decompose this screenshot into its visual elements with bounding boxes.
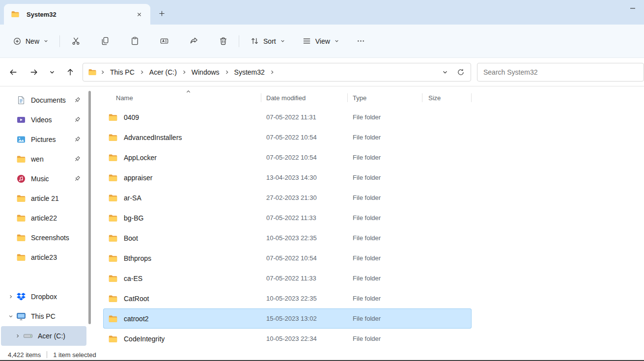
- sidebar-item-pictures[interactable]: Pictures: [1, 130, 86, 149]
- breadcrumb-this-pc[interactable]: This PC: [107, 66, 138, 78]
- file-row-catroot[interactable]: CatRoot 10-05-2023 22:35 File folder: [103, 288, 472, 308]
- breadcrumb-windows[interactable]: Windows: [188, 66, 223, 78]
- sidebar-item-article-21[interactable]: article 21: [1, 189, 86, 208]
- column-header-type[interactable]: Type: [348, 88, 422, 107]
- address-dropdown-button[interactable]: [438, 65, 452, 80]
- chevron-down-icon[interactable]: [7, 312, 15, 320]
- file-row-bthprops[interactable]: Bthprops 07-05-2022 10:54 File folder: [103, 248, 472, 268]
- chevron-right-icon[interactable]: [223, 68, 231, 76]
- file-list: Name Date modified Type Size 0409 07-05-…: [92, 86, 644, 349]
- view-button[interactable]: View: [297, 32, 344, 50]
- breadcrumb-system32[interactable]: System32: [231, 66, 268, 78]
- music-icon: [16, 174, 26, 184]
- trash-icon: [219, 36, 228, 46]
- file-row-catroot2[interactable]: catroot2 15-05-2023 13:02 File folder: [103, 308, 472, 329]
- file-name-cell: AppLocker: [103, 153, 261, 163]
- file-date-modified: 27-02-2023 21:30: [261, 194, 348, 201]
- sidebar-item-documents[interactable]: Documents: [1, 90, 86, 110]
- search-input[interactable]: [477, 63, 644, 82]
- sidebar-item-videos[interactable]: Videos: [1, 110, 86, 130]
- tab-system32[interactable]: System32: [4, 4, 150, 25]
- chevron-right-icon[interactable]: [99, 68, 107, 76]
- column-header-date-modified[interactable]: Date modified: [261, 88, 348, 107]
- folder-icon: [16, 213, 26, 223]
- chevron-down-icon: [280, 38, 285, 44]
- file-name: catroot2: [124, 315, 149, 323]
- column-header-size[interactable]: Size: [422, 88, 472, 107]
- new-button[interactable]: New: [8, 33, 54, 50]
- recent-locations-button[interactable]: [46, 64, 58, 81]
- forward-button[interactable]: [26, 64, 42, 81]
- scrollbar-thumb[interactable]: [88, 91, 91, 324]
- chevron-right-icon[interactable]: [138, 68, 146, 76]
- chevron-right-icon[interactable]: [14, 332, 22, 340]
- file-row-ar-sa[interactable]: ar-SA 27-02-2023 21:30 File folder: [103, 188, 472, 208]
- indent-spacer: [7, 175, 15, 183]
- file-type: File folder: [348, 295, 422, 302]
- status-separator: [47, 351, 47, 358]
- address-breadcrumb-bar[interactable]: This PC Acer (C:) Windows System32: [83, 63, 471, 82]
- file-rows: 0409 07-05-2022 11:31 File folder Advanc…: [98, 107, 644, 349]
- sidebar-item-wen[interactable]: wen: [1, 149, 86, 169]
- chevron-right-icon[interactable]: [7, 293, 15, 301]
- indent-spacer: [7, 155, 15, 163]
- sidebar-item-label: Screenshots: [31, 234, 86, 242]
- paste-button[interactable]: [125, 32, 144, 50]
- sidebar-section-gap: [0, 267, 87, 287]
- sidebar-item-music[interactable]: Music: [1, 169, 86, 189]
- folder-icon: [108, 274, 118, 283]
- file-row-ca-es[interactable]: ca-ES 07-05-2022 11:33 File folder: [103, 268, 472, 288]
- sidebar-item-acer-c[interactable]: Acer (C:): [1, 326, 86, 346]
- file-name: bg-BG: [124, 214, 143, 222]
- chevron-down-icon: [43, 38, 49, 44]
- file-row-bg-bg[interactable]: bg-BG 07-05-2022 11:33 File folder: [103, 208, 472, 228]
- file-name-cell: ca-ES: [103, 274, 261, 283]
- file-row-applocker[interactable]: AppLocker 07-05-2022 10:54 File folder: [103, 147, 472, 167]
- file-row-codeintegrity[interactable]: CodeIntegrity 10-05-2023 22:34 File fold…: [103, 329, 472, 349]
- pin-icon: [74, 97, 81, 104]
- sidebar-item-article22[interactable]: article22: [1, 208, 86, 228]
- new-tab-button[interactable]: [154, 6, 169, 20]
- up-button[interactable]: [62, 64, 79, 81]
- file-date-modified: 10-05-2023 22:34: [261, 335, 348, 342]
- breadcrumb-acer-c[interactable]: Acer (C:): [146, 66, 180, 78]
- copy-button[interactable]: [95, 32, 115, 50]
- back-button[interactable]: [5, 64, 22, 81]
- file-type: File folder: [348, 234, 422, 242]
- tab-close-button[interactable]: [133, 8, 145, 20]
- sidebar-item-screenshots[interactable]: Screenshots: [1, 228, 86, 248]
- file-date-modified: 13-04-2023 14:30: [261, 174, 348, 181]
- sidebar-item-dropbox[interactable]: Dropbox: [1, 287, 86, 306]
- sidebar-item-label: article22: [31, 214, 86, 222]
- column-header-name[interactable]: Name: [103, 88, 261, 107]
- sidebar-item-label: wen: [31, 155, 74, 163]
- folder-icon: [88, 68, 97, 77]
- delete-button[interactable]: [213, 32, 233, 50]
- chevron-right-icon[interactable]: [180, 68, 188, 76]
- clipboard-icon: [130, 36, 140, 46]
- sidebar-item-article23[interactable]: article23: [1, 248, 86, 267]
- toolbar-separator: [59, 35, 60, 47]
- sidebar-item-this-pc[interactable]: This PC: [1, 306, 86, 326]
- file-row-advancedinstallers[interactable]: AdvancedInstallers 07-05-2022 10:54 File…: [103, 127, 472, 147]
- more-options-button[interactable]: [351, 32, 371, 50]
- plus-circle-icon: [13, 37, 22, 46]
- file-date-modified: 07-05-2022 11:33: [261, 275, 348, 282]
- minimize-button[interactable]: [621, 0, 644, 17]
- caption-buttons: [621, 0, 644, 25]
- file-row-boot[interactable]: Boot 10-05-2023 22:35 File folder: [103, 228, 472, 248]
- folder-icon: [108, 314, 118, 324]
- file-name-cell: AdvancedInstallers: [103, 133, 261, 142]
- file-row-0409[interactable]: 0409 07-05-2022 11:31 File folder: [103, 107, 472, 127]
- share-button[interactable]: [184, 32, 203, 50]
- rename-button[interactable]: [154, 32, 174, 50]
- cut-button[interactable]: [66, 32, 85, 50]
- file-date-modified: 07-05-2022 11:33: [261, 214, 348, 222]
- file-type: File folder: [348, 254, 422, 262]
- folder-icon: [108, 112, 118, 122]
- file-name-cell: Bthprops: [103, 253, 261, 263]
- sort-button[interactable]: Sort: [245, 32, 290, 50]
- refresh-button[interactable]: [454, 65, 468, 80]
- file-row-appraiser[interactable]: appraiser 13-04-2023 14:30 File folder: [103, 167, 472, 188]
- chevron-right-icon[interactable]: [268, 68, 276, 76]
